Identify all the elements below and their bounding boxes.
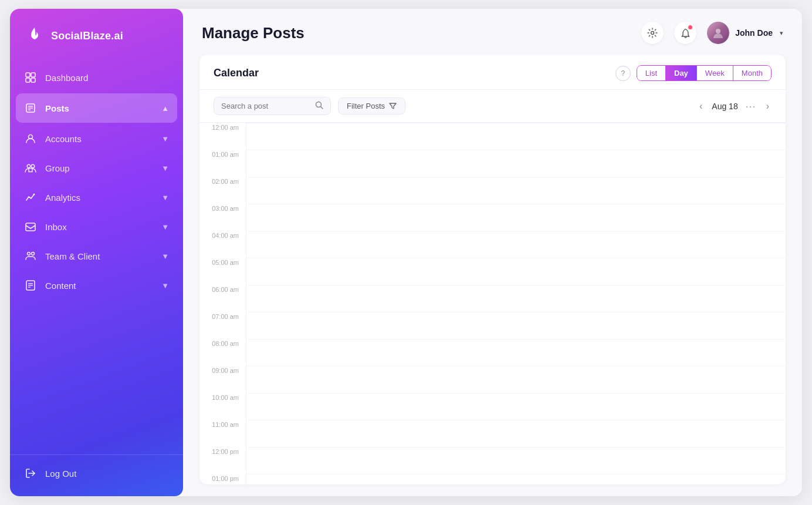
accounts-icon [24, 132, 37, 145]
time-slot-1am: 01:00 am [199, 150, 246, 177]
event-slot-3am[interactable] [246, 204, 786, 231]
sidebar-label-dashboard: Dashboard [45, 73, 88, 83]
logo-area: SocialBlaze.ai [10, 9, 183, 58]
filter-label: Filter Posts [347, 102, 385, 110]
calendar-header: Calendar ? List Day Week Month [199, 55, 786, 90]
sidebar-item-content[interactable]: Content ▼ [10, 271, 183, 300]
svg-point-10 [31, 164, 35, 168]
group-chevron-icon: ▼ [161, 164, 169, 173]
sidebar-item-inbox[interactable]: Inbox ▼ [10, 212, 183, 241]
event-slot-10am[interactable] [246, 393, 786, 420]
sidebar-label-content: Content [45, 281, 76, 291]
time-slot-7am: 07:00 am [199, 312, 246, 339]
search-button[interactable] [315, 101, 323, 111]
svg-line-23 [321, 107, 323, 109]
tab-list[interactable]: List [637, 66, 666, 80]
sidebar-item-team-client[interactable]: Team & Client ▼ [10, 241, 183, 271]
logout-button[interactable]: Log Out [24, 467, 169, 480]
event-slot-9am[interactable] [246, 366, 786, 393]
logout-icon [24, 467, 37, 480]
tab-day[interactable]: Day [666, 66, 697, 80]
svg-rect-0 [26, 73, 30, 77]
event-slot-1pm[interactable] [246, 474, 786, 484]
analytics-icon [24, 191, 37, 204]
group-icon [24, 161, 37, 174]
team-icon [24, 250, 37, 262]
user-profile[interactable]: John Doe ▾ [707, 22, 783, 44]
svg-rect-1 [31, 73, 35, 77]
time-slot-11am: 11:00 am [199, 420, 246, 447]
svg-point-14 [32, 253, 35, 255]
sidebar-item-dashboard[interactable]: Dashboard [10, 63, 183, 92]
event-slot-6am[interactable] [246, 285, 786, 312]
time-slot-10am: 10:00 am [199, 393, 246, 420]
time-slot-12pm: 12:00 pm [199, 447, 246, 474]
sidebar-item-analytics[interactable]: Analytics ▼ [10, 183, 183, 212]
event-slot-4am[interactable] [246, 231, 786, 258]
user-name: John Doe [735, 28, 773, 38]
time-slot-3am: 03:00 am [199, 204, 246, 231]
notifications-button[interactable] [674, 22, 696, 44]
help-button[interactable]: ? [615, 66, 631, 81]
event-slot-8am[interactable] [246, 339, 786, 366]
team-chevron-icon: ▼ [161, 252, 169, 261]
search-input[interactable] [221, 102, 310, 110]
svg-rect-2 [26, 78, 30, 82]
time-slot-12am: 12:00 am [199, 123, 246, 150]
sidebar-item-posts[interactable]: Posts ▲ [16, 93, 177, 123]
sidebar-label-accounts: Accounts [45, 134, 82, 144]
logout-label: Log Out [45, 469, 76, 479]
logo-icon [24, 25, 45, 46]
sidebar-label-group: Group [45, 163, 70, 173]
event-slot-5am[interactable] [246, 258, 786, 285]
svg-point-11 [33, 194, 35, 196]
next-date-button[interactable]: › [764, 100, 772, 113]
inbox-icon [24, 220, 37, 233]
time-slot-8am: 08:00 am [199, 339, 246, 366]
event-slot-12pm[interactable] [246, 447, 786, 474]
dashboard-icon [24, 71, 37, 84]
sidebar-nav: Dashboard Posts ▲ [10, 58, 183, 455]
svg-point-9 [27, 164, 31, 168]
sidebar-label-team-client: Team & Client [45, 251, 100, 261]
inbox-chevron-icon: ▼ [161, 223, 169, 231]
time-slot-2am: 02:00 am [199, 177, 246, 204]
time-column: 12:00 am 01:00 am 02:00 am 03:00 am 04:0… [199, 123, 246, 484]
tab-week[interactable]: Week [697, 66, 733, 80]
search-box [214, 97, 331, 115]
event-slot-11am[interactable] [246, 420, 786, 447]
calendar-header-right: ? List Day Week Month [615, 65, 772, 81]
event-slot-12am[interactable] [246, 123, 786, 150]
notification-badge [688, 25, 693, 30]
sidebar-label-analytics: Analytics [45, 193, 80, 203]
event-slot-7am[interactable] [246, 312, 786, 339]
event-slot-1am[interactable] [246, 150, 786, 177]
svg-point-20 [651, 32, 654, 35]
event-slot-2am[interactable] [246, 177, 786, 204]
analytics-chevron-icon: ▼ [161, 193, 169, 202]
content-area: Calendar ? List Day Week Month [183, 55, 802, 496]
posts-chevron-icon: ▲ [161, 104, 169, 113]
svg-rect-3 [31, 78, 35, 82]
view-tabs: List Day Week Month [637, 65, 772, 81]
filter-button[interactable]: Filter Posts [338, 97, 405, 115]
avatar [707, 22, 729, 44]
sidebar: SocialBlaze.ai Dashboard [10, 9, 183, 496]
events-column[interactable] [246, 123, 786, 484]
time-slot-6am: 06:00 am [199, 285, 246, 312]
sidebar-label-inbox: Inbox [45, 222, 67, 232]
svg-rect-12 [26, 223, 35, 231]
page-title: Manage Posts [202, 24, 304, 42]
header-actions: John Doe ▾ [641, 22, 783, 44]
prev-date-button[interactable]: ‹ [697, 100, 705, 113]
settings-button[interactable] [641, 22, 664, 44]
sidebar-item-accounts[interactable]: Accounts ▼ [10, 124, 183, 153]
time-slot-4am: 04:00 am [199, 231, 246, 258]
logo-text: SocialBlaze.ai [51, 30, 123, 42]
current-date-label: Aug 18 [712, 102, 737, 111]
svg-point-13 [28, 253, 31, 255]
tab-month[interactable]: Month [733, 66, 771, 80]
sidebar-label-posts: Posts [45, 103, 69, 113]
sidebar-item-group[interactable]: Group ▼ [10, 153, 183, 183]
nav-dots: ⋯ [745, 100, 757, 113]
